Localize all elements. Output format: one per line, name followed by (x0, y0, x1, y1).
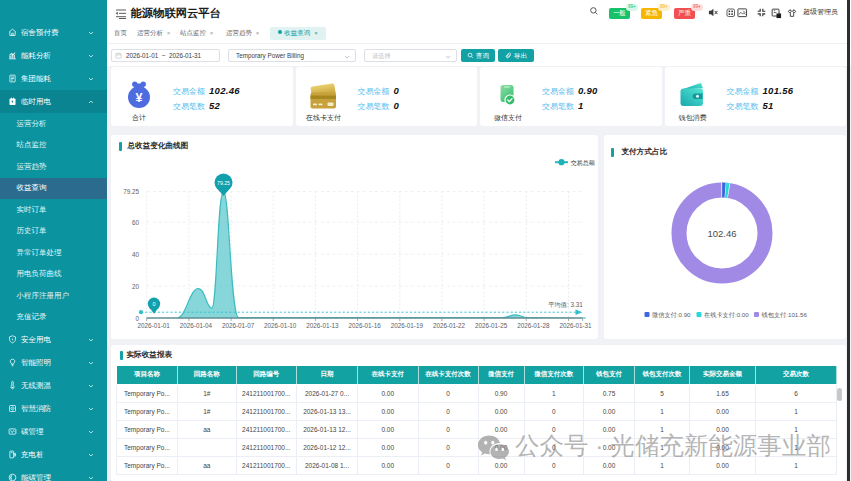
svg-text:60: 60 (132, 218, 140, 225)
svg-text:平均值: 3.31: 平均值: 3.31 (548, 301, 583, 308)
svg-text:20: 20 (132, 282, 140, 289)
svg-text:2026-01-10: 2026-01-10 (264, 322, 297, 329)
svg-text:79.25: 79.25 (217, 180, 230, 186)
svg-text:2026-01-31: 2026-01-31 (559, 322, 592, 329)
svg-text:2026-01-25: 2026-01-25 (475, 322, 508, 329)
svg-text:交易总额: 交易总额 (571, 158, 595, 166)
svg-text:微信支付:0.90: 微信支付:0.90 (651, 311, 691, 319)
svg-text:0: 0 (152, 301, 155, 307)
svg-text:40: 40 (132, 250, 140, 257)
svg-text:2026-01-22: 2026-01-22 (433, 322, 466, 329)
svg-text:钱包支付:101.56: 钱包支付:101.56 (760, 311, 807, 319)
svg-text:¥: ¥ (136, 90, 143, 104)
svg-text:2026-01-13: 2026-01-13 (306, 322, 339, 329)
svg-text:2026-01-07: 2026-01-07 (222, 322, 255, 329)
svg-text:2026-01-01: 2026-01-01 (138, 322, 171, 329)
svg-text:2026-01-04: 2026-01-04 (180, 322, 213, 329)
svg-text:0: 0 (135, 314, 139, 321)
svg-text:2026-01-28: 2026-01-28 (517, 322, 550, 329)
svg-text:2026-01-16: 2026-01-16 (348, 322, 381, 329)
svg-text:102.46: 102.46 (707, 227, 736, 238)
svg-text:2026-01-19: 2026-01-19 (391, 322, 424, 329)
svg-text:在线卡支付:0.00: 在线卡支付:0.00 (704, 311, 749, 319)
svg-text:79.25: 79.25 (123, 188, 139, 195)
